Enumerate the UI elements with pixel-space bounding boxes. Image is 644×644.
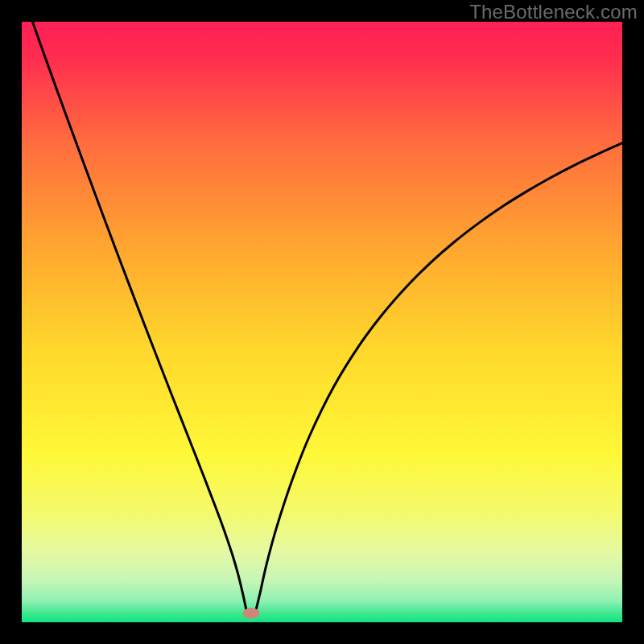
chart-svg — [22, 22, 622, 622]
chart-background — [22, 22, 622, 622]
watermark-text: TheBottleneck.com — [469, 1, 638, 23]
chart-frame: TheBottleneck.com — [0, 0, 644, 644]
chart-plot-area — [22, 22, 622, 622]
optimal-point-marker — [243, 608, 260, 618]
